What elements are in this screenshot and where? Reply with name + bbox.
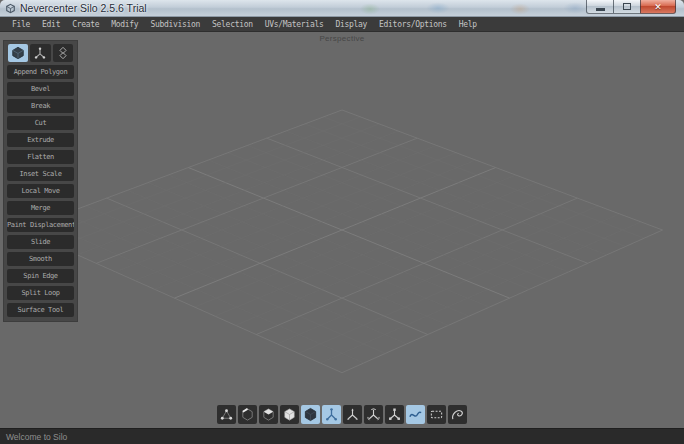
maximize-icon [623, 3, 631, 10]
polyhedron-icon [11, 46, 25, 60]
tool-break[interactable]: Break [7, 99, 74, 113]
menu-modify[interactable]: Modify [105, 20, 144, 29]
minimize-icon [596, 8, 605, 11]
rotate-tool-button[interactable] [364, 405, 383, 424]
viewport-label: Perspective [0, 34, 684, 43]
menu-file[interactable]: File [6, 20, 36, 29]
tool-spin-edge[interactable]: Spin Edge [7, 269, 74, 283]
tool-extrude[interactable]: Extrude [7, 133, 74, 147]
vertex-mode-icon [219, 407, 234, 422]
area-select-button[interactable] [427, 405, 446, 424]
window-title: Nevercenter Silo 2.5.6 Trial [20, 2, 147, 14]
multi-mode-icon [303, 407, 318, 422]
universal-manipulator-icon [324, 407, 339, 422]
tool-inset-scale[interactable]: Inset Scale [7, 167, 74, 181]
menu-subdivision[interactable]: Subdivision [144, 20, 206, 29]
object-mode-button[interactable] [280, 405, 299, 424]
tool-smooth[interactable]: Smooth [7, 252, 74, 266]
tool-panel-tabs [4, 44, 77, 62]
soft-selection-icon [408, 407, 423, 422]
menu-help[interactable]: Help [453, 20, 483, 29]
app-icon [5, 3, 16, 14]
tool-split-loop[interactable]: Split Loop [7, 286, 74, 300]
menu-display[interactable]: Display [329, 20, 373, 29]
face-mode-button[interactable] [259, 405, 278, 424]
object-mode-icon [282, 407, 297, 422]
tab-primitives[interactable] [53, 44, 73, 62]
scale-tool-icon [387, 407, 402, 422]
tool-flatten[interactable]: Flatten [7, 150, 74, 164]
paint-select-icon [450, 407, 465, 422]
face-mode-icon [261, 407, 276, 422]
tool-surface-tool[interactable]: Surface Tool [7, 303, 74, 317]
statusbar: Welcome to Silo [0, 428, 684, 444]
universal-manipulator-button[interactable] [322, 405, 341, 424]
bottom-toolbar [217, 405, 467, 424]
paint-select-button[interactable] [448, 405, 467, 424]
menu-editors-options[interactable]: Editors/Options [373, 20, 453, 29]
rotate-tool-icon [366, 407, 381, 422]
soft-selection-button[interactable] [406, 405, 425, 424]
tool-bevel[interactable]: Bevel [7, 82, 74, 96]
scale-tool-button[interactable] [385, 405, 404, 424]
edge-mode-button[interactable] [238, 405, 257, 424]
tool-merge[interactable]: Merge [7, 201, 74, 215]
move-tool-icon [345, 407, 360, 422]
tool-paint-displacement[interactable]: Paint Displacement [7, 218, 74, 232]
menu-uvs-materials[interactable]: UVs/Materials [259, 20, 330, 29]
close-button[interactable]: ✕ [640, 0, 676, 14]
tool-cut[interactable]: Cut [7, 116, 74, 130]
edge-mode-icon [240, 407, 255, 422]
move-tool-button[interactable] [343, 405, 362, 424]
status-message: Welcome to Silo [0, 432, 67, 442]
tool-local-move[interactable]: Local Move [7, 184, 74, 198]
silo-window: Nevercenter Silo 2.5.6 Trial ✕ File Edit… [0, 0, 684, 444]
multi-mode-button[interactable] [301, 405, 320, 424]
minimize-button[interactable] [586, 0, 613, 14]
perspective-grid [0, 32, 684, 428]
close-icon: ✕ [654, 2, 662, 12]
tool-slide[interactable]: Slide [7, 235, 74, 249]
viewport-3d[interactable]: Perspective [0, 32, 684, 428]
diamonds-icon [56, 46, 70, 60]
tab-manipulators[interactable] [30, 44, 50, 62]
menu-selection[interactable]: Selection [206, 20, 259, 29]
tab-modeling[interactable] [8, 44, 28, 62]
menubar: File Edit Create Modify Subdivision Sele… [0, 17, 684, 32]
maximize-button[interactable] [613, 0, 640, 14]
manipulator-icon [33, 46, 47, 60]
titlebar: Nevercenter Silo 2.5.6 Trial ✕ [0, 0, 684, 17]
menu-edit[interactable]: Edit [36, 20, 66, 29]
tool-append-polygon[interactable]: Append Polygon [7, 65, 74, 79]
menu-create[interactable]: Create [66, 20, 105, 29]
vertex-mode-button[interactable] [217, 405, 236, 424]
area-select-icon [429, 407, 444, 422]
tool-panel: Append Polygon Bevel Break Cut Extrude F… [3, 40, 78, 322]
